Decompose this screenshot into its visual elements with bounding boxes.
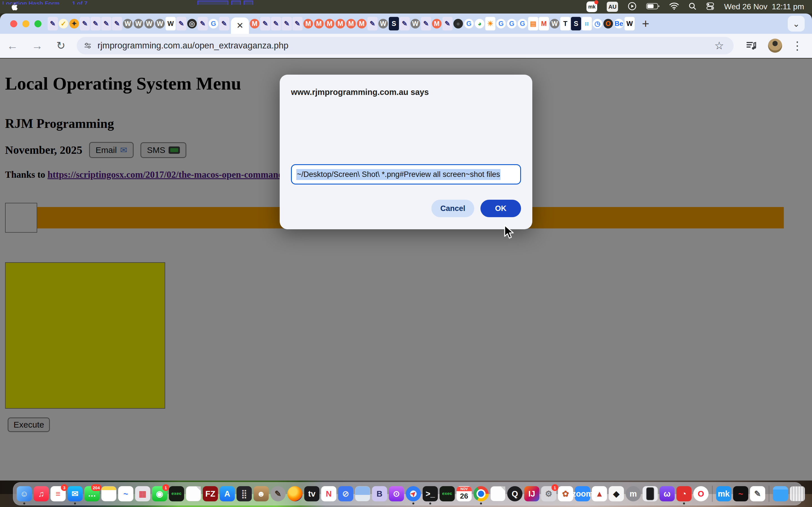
dock-photos-app[interactable] (355, 486, 370, 501)
dock-mail[interactable]: ✉ (67, 486, 83, 501)
dock-settings[interactable]: ⚙ 1 (541, 486, 556, 501)
ok-button[interactable]: OK (480, 200, 521, 217)
tab-favicon-s[interactable]: S (571, 17, 581, 31)
tab-favicon-sun[interactable]: ☀ (485, 17, 495, 31)
dock-inkscape[interactable]: ◆ (609, 486, 624, 501)
dock-exec-script[interactable]: exec (169, 486, 184, 501)
address-bar[interactable]: rjmprogramming.com.au/open_extravaganza.… (77, 37, 733, 54)
tab-favicon-m[interactable]: M (336, 19, 345, 29)
tab-favicon-m[interactable]: M (314, 19, 324, 29)
menu-item[interactable] (123, 2, 135, 11)
tab-favicon-wp[interactable]: W (123, 19, 133, 29)
tab-favicon-pencil[interactable]: ✎ (271, 17, 281, 31)
tab-favicon-gmail[interactable]: M (539, 17, 549, 31)
dock-freeform[interactable]: ~ (118, 486, 133, 501)
wifi-icon[interactable] (669, 3, 679, 11)
tab-favicon-pencil[interactable]: ✎ (48, 17, 58, 31)
tab-favicon-be[interactable]: Be (614, 19, 624, 29)
media-controls-icon[interactable] (746, 41, 757, 50)
active-tab[interactable]: ✕ (231, 17, 249, 34)
tab-favicon-nyt[interactable]: T (560, 17, 570, 31)
tab-favicon-wp[interactable]: W (410, 19, 420, 29)
tab-favicon-wiki[interactable]: W (165, 17, 175, 31)
tab-favicon-dots[interactable]: ⠶ (581, 17, 592, 31)
site-settings-icon[interactable] (84, 41, 92, 50)
new-tab-button[interactable]: + (635, 17, 657, 31)
tab-favicon-m[interactable]: M (357, 19, 366, 29)
tab-favicon-pencil[interactable]: ✎ (198, 17, 208, 31)
dock-gimp[interactable]: ✎ (270, 486, 286, 501)
dock-app-store[interactable]: A (220, 486, 235, 501)
play-icon[interactable] (627, 2, 637, 12)
dock-textedit[interactable]: ✎ (750, 486, 765, 501)
tab-search-button[interactable]: ⌄ (788, 16, 805, 32)
tab-favicon-pencil[interactable]: ✎ (292, 17, 303, 31)
tab-favicon-pencil[interactable]: ✎ (400, 17, 410, 31)
tab-favicon-check[interactable]: ✓ (59, 19, 68, 29)
dock-cmake[interactable]: ▲ (592, 486, 607, 501)
tab-favicon-pencil[interactable]: ✎ (282, 17, 292, 31)
dock-speedometer[interactable]: ◔ (676, 486, 692, 501)
dock-downloads-folder[interactable] (773, 486, 788, 501)
dock-safari[interactable]: ➤ (406, 486, 421, 501)
dock-facetime[interactable]: ◉ 1 (152, 486, 167, 501)
tab-favicon-o[interactable]: O (603, 19, 613, 29)
dock-apple-tv[interactable]: tv (304, 486, 319, 501)
cancel-button[interactable]: Cancel (432, 200, 474, 217)
dock-cat-app[interactable]: ω (659, 486, 675, 501)
spotlight-search-icon[interactable] (689, 2, 696, 11)
dock-intellij[interactable]: IJ (524, 486, 539, 501)
dock-filezilla[interactable]: FZ (203, 486, 218, 501)
close-tab-icon[interactable]: ✕ (236, 21, 243, 30)
reload-button[interactable]: ↻ (50, 40, 72, 52)
tab-favicon-pencil[interactable]: ✎ (421, 17, 431, 31)
tab-favicon-pencil[interactable]: ✎ (367, 17, 377, 31)
dock-blocked-app[interactable]: ⊘ (338, 486, 353, 501)
dock-zoom[interactable]: zoom (575, 486, 590, 501)
tab-favicon-pencil[interactable]: ✎ (91, 17, 101, 31)
dock-mamp-elephant[interactable]: m (626, 486, 641, 501)
dock-calendar[interactable]: NOV 26 (456, 486, 472, 501)
tab-favicon-wp[interactable]: W (144, 19, 154, 29)
tab-favicon-pie[interactable]: ◕ (475, 19, 485, 29)
tab-favicon-m[interactable]: M (303, 19, 313, 29)
tab-favicon-m[interactable]: M (325, 19, 335, 29)
prompt-input-value[interactable]: ~/Desktop/Screen\ Shot\ *.png#Preview al… (296, 169, 500, 180)
dock-iphone-mirroring[interactable] (643, 486, 658, 501)
dock-exec-script-2[interactable]: exec (440, 486, 455, 501)
dock-launchpad[interactable]: ▦ (135, 486, 150, 501)
prompt-input[interactable]: ~/Desktop/Screen\ Shot\ *.png#Preview al… (291, 164, 521, 184)
tab-favicon-so[interactable]: ▤ (528, 17, 538, 31)
tab-favicon-clock[interactable]: ◷ (593, 19, 602, 29)
profile-avatar[interactable] (768, 39, 782, 53)
forward-button[interactable]: → (25, 40, 50, 52)
dock-bbedit[interactable]: B (372, 486, 387, 501)
back-button[interactable]: ← (0, 40, 25, 52)
dock-firefox[interactable] (287, 486, 303, 501)
mk-status-icon[interactable]: mk (587, 1, 597, 12)
menu-item[interactable] (86, 2, 98, 11)
dock-news[interactable]: N (321, 486, 336, 501)
dock-chrome[interactable] (473, 486, 489, 501)
dock-terminal[interactable]: >_ (423, 486, 438, 501)
dock-contacts[interactable]: ☻ (253, 486, 269, 501)
menu-item[interactable] (98, 2, 110, 11)
tab-favicon-pencil[interactable]: ✎ (442, 17, 453, 31)
tab-favicon-pencil[interactable]: ✎ (80, 17, 90, 31)
tab-favicon-g[interactable]: G (518, 19, 527, 29)
dock-calculator[interactable]: ⣿ (237, 486, 252, 501)
tab-favicon-m[interactable]: M (346, 19, 356, 29)
dock-reminders[interactable]: ≡ 3 (50, 486, 66, 501)
tab-favicon-m[interactable]: M (432, 19, 442, 29)
tab-favicon-flame[interactable]: ✦ (69, 19, 79, 29)
tab-favicon-g[interactable]: G (209, 19, 218, 29)
dock-opera[interactable]: O (693, 486, 709, 501)
bookmark-star-icon[interactable]: ☆ (714, 40, 727, 52)
control-center-icon[interactable] (706, 2, 714, 11)
tab-favicon-pencil[interactable]: ✎ (101, 17, 111, 31)
tab-favicon-wp[interactable]: W (134, 19, 143, 29)
minimize-window-button[interactable] (22, 20, 29, 27)
zoom-window-button[interactable] (35, 20, 42, 27)
dock-trash[interactable] (790, 486, 805, 501)
tab-favicon-pencil[interactable]: ✎ (112, 17, 122, 31)
